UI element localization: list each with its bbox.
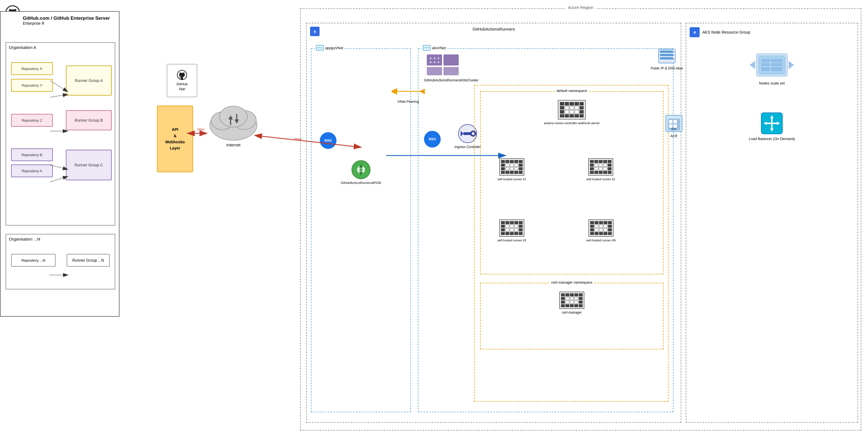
- internet-cloud-icon: [206, 100, 261, 145]
- svg-rect-35: [427, 67, 442, 75]
- runner-group-n-box: Runner Group ...N: [67, 254, 110, 267]
- load-balancer-area: Load Balancer (On Demand): [749, 112, 795, 141]
- svg-rect-34: [443, 55, 459, 66]
- aks-vnet-header: aksVNet: [422, 45, 447, 51]
- aks-node-rg-header: ⎈ AKS Node Resource Group: [689, 27, 750, 38]
- svg-rect-53: [660, 54, 674, 56]
- svg-point-39: [438, 58, 439, 59]
- runnerN-service: self-hosted runner #N: [586, 219, 616, 243]
- nodes-scale-set-icon: [750, 51, 794, 79]
- load-balancer-icon: [761, 112, 783, 134]
- svg-text:https: https: [197, 127, 205, 131]
- svg-point-37: [430, 58, 432, 59]
- diagram-container: GitHub.com / GitHub Enterprise Server En…: [0, 0, 868, 440]
- vnet-peering-arrow: [392, 85, 425, 98]
- internet-area: Internet: [206, 100, 261, 147]
- repo-z-box: Repository Z: [11, 114, 53, 127]
- svg-point-40: [430, 61, 432, 63]
- runner3-label: self-hosted runner #3: [497, 238, 526, 243]
- nsg-badge-aks: NSG: [424, 131, 441, 148]
- nsg-badge-appgu: NSG: [320, 132, 337, 149]
- repo-n-box: Repository ...N: [11, 254, 56, 267]
- k8s-cluster-icon: [427, 55, 460, 77]
- acr-label: ACR: [671, 134, 677, 138]
- k8s-cluster-label: GitHubActionsRunnersK8sCluster: [424, 78, 478, 82]
- svg-rect-52: [660, 51, 674, 53]
- svg-point-41: [434, 61, 435, 63]
- runner2-label: self-hosted runner #2: [586, 177, 615, 181]
- appgu-vnet-header: appguVNet: [315, 45, 344, 51]
- vnet-peering-label: VNet Peering: [397, 99, 419, 104]
- runner-group-a-box: Runner Group A: [66, 66, 112, 96]
- vnet-peering-area: VNet Peering: [392, 85, 425, 104]
- runner-group-c-box: Runner Group C: [66, 150, 112, 180]
- runnerN-label: self-hosted runner #N: [586, 238, 616, 243]
- arc-webhook-service: actions-runner-controller webhook-server: [544, 100, 600, 125]
- runner3-service: self-hosted runner #3: [497, 219, 526, 243]
- default-ns-box: default namespace actions-runner-control…: [480, 91, 663, 275]
- cert-manager-label: cert-manager: [562, 311, 582, 314]
- ghar-aks-icon: ⎈: [310, 26, 320, 37]
- runner1-service: self-hosted runner #1: [497, 158, 526, 181]
- svg-point-55: [673, 50, 675, 52]
- cert-manager-service: cert-manager: [559, 292, 584, 314]
- svg-marker-11: [788, 61, 794, 69]
- ghar-outer-box: ⎈ GitHubActionsRunners appguVNet NSG: [306, 23, 681, 423]
- runner-group-b-box: Runner Group B: [66, 110, 112, 130]
- github-app-icon: [177, 70, 187, 80]
- aks-node-rg-box: ⎈ AKS Node Resource Group: [686, 23, 858, 423]
- public-ip-area: Public IP & DNS Alias: [651, 48, 683, 71]
- k8s-cluster-top-icon: [427, 55, 460, 77]
- azure-region-box: Azure Region ⎈ AKS Node Resource Group: [300, 8, 861, 431]
- org-n-label: Organisation ...N: [9, 237, 40, 241]
- svg-point-32: [359, 168, 363, 171]
- aks-icon: ⎈: [689, 27, 700, 38]
- repo-y-box: Repository Y: [11, 79, 53, 92]
- arc-webhook-label: actions-runner-controller webhook-server: [544, 121, 600, 125]
- public-ip-icon: [657, 48, 677, 64]
- runner2-service: self-hosted runner #2: [586, 158, 615, 181]
- svg-rect-63: [674, 124, 677, 128]
- github-app-label: GitHubApp: [177, 82, 188, 91]
- ghar-title: GitHubActionsRunners: [473, 27, 515, 31]
- svg-rect-54: [660, 57, 674, 59]
- enterprise-title: GitHub.com / GitHub Enterprise Server En…: [23, 15, 110, 26]
- acr-area: ACR: [665, 115, 683, 138]
- org-n-box: Organisation ...N Repository ...N Runner…: [5, 234, 115, 289]
- svg-text:⎈: ⎈: [693, 29, 696, 35]
- svg-marker-10: [750, 61, 755, 69]
- repo-b-box: Repository B: [11, 148, 53, 161]
- nodes-scale-set-label: Nodes scale set: [759, 81, 785, 85]
- api-webhooks-box: API & Webhooks Layer: [157, 105, 193, 172]
- svg-point-38: [434, 58, 435, 59]
- github-enterprise-box: GitHub.com / GitHub Enterprise Server En…: [0, 11, 120, 317]
- nodes-scale-set-area: Nodes scale set: [750, 51, 794, 85]
- repo-a-box: Repository A: [11, 164, 53, 177]
- aks-node-rg-label: AKS Node Resource Group: [703, 30, 750, 34]
- azure-region-label: Azure Region: [565, 5, 596, 10]
- org-a-label: Organisation A: [9, 45, 36, 50]
- svg-point-42: [438, 61, 439, 63]
- svg-rect-61: [674, 120, 677, 123]
- default-ns-label: default namespace: [555, 89, 589, 93]
- load-balancer-label: Load Balancer (On Demand): [749, 137, 795, 141]
- apgw-label: GitHubActionsRunnersAPGW: [341, 181, 381, 184]
- apgw-icon-area: GitHubActionsRunnersAPGW: [341, 160, 381, 184]
- svg-point-5: [219, 106, 247, 127]
- runner1-label: self-hosted runner #1: [497, 177, 526, 181]
- org-a-box: Organisation A Repository X Repository Y…: [5, 42, 115, 225]
- svg-rect-64: [671, 128, 676, 130]
- svg-rect-33: [427, 55, 442, 66]
- acr-icon: [665, 115, 683, 132]
- svg-rect-36: [443, 67, 459, 75]
- aks-vnet-box: aksVNet: [418, 48, 674, 412]
- k8s-cluster-dashed-box: default namespace actions-runner-control…: [474, 85, 669, 402]
- svg-text:⎈: ⎈: [313, 29, 316, 34]
- repo-x-box: Repository X: [11, 62, 53, 75]
- svg-rect-60: [669, 120, 672, 123]
- svg-rect-62: [669, 124, 672, 128]
- svg-rect-15: [761, 59, 782, 71]
- cert-ns-label: cert-manager namespace: [550, 280, 594, 284]
- github-app-box: GitHubApp: [167, 64, 197, 97]
- svg-point-56: [673, 53, 675, 55]
